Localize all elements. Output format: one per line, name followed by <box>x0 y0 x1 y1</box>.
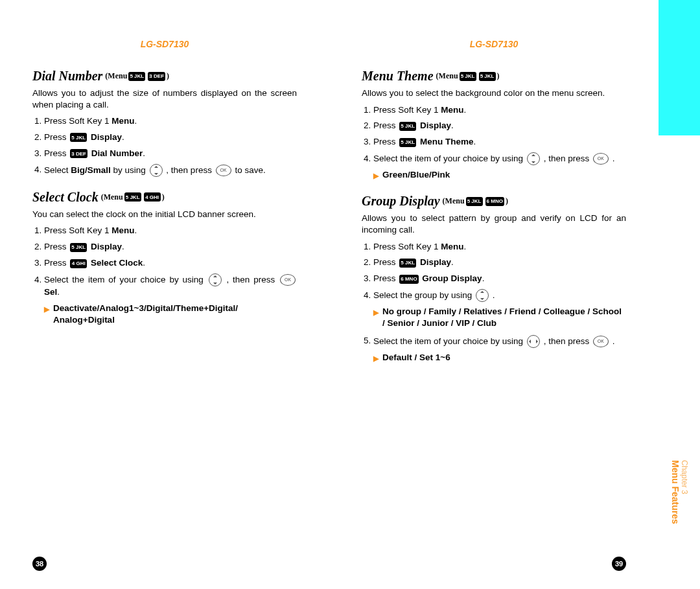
keypad-k4-icon: 4 GHI <box>70 259 87 268</box>
step-item: Select the item of your choice by using … <box>373 335 626 348</box>
menu-path: (Menu 5 JKL4 GHI ) <box>101 192 165 202</box>
nav-left-right-icon <box>527 335 540 348</box>
step-item: Select the item of your choice by using … <box>44 273 297 299</box>
keypad-k5-icon: 5 JKL <box>460 72 476 81</box>
keypad-k5-icon: 5 JKL <box>399 138 416 147</box>
step-item: Press 6 MNO Group Display. <box>373 273 626 285</box>
section-desc: Allows you to adjust the size of numbers… <box>32 87 297 110</box>
steps-list: Press Soft Key 1 Menu.Press 5 JKL Displa… <box>362 104 626 166</box>
section-select-clock: Select Clock (Menu 5 JKL4 GHI )You can s… <box>32 190 297 327</box>
keypad-k5-icon: 5 JKL <box>479 72 496 81</box>
nav-up-down-icon <box>150 164 163 177</box>
keypad-k6-icon: 6 MNO <box>485 197 504 206</box>
options-list: ▶Deactivate/Analog1~3/Digital/Theme+Digi… <box>44 303 297 326</box>
section-title: Group Display (Menu 5 JKL6 MNO ) <box>362 194 626 209</box>
ok-key-icon: OK <box>216 165 231 176</box>
page-right: LG-SD7130 Menu Theme (Menu 5 JKL5 JKL )A… <box>329 0 659 589</box>
menu-path: (Menu 5 JKL3 DEF ) <box>105 71 169 81</box>
step-item: Press 3 DEF Dial Number. <box>44 148 297 160</box>
step-item: Press Soft Key 1 Menu. <box>44 225 297 237</box>
nav-up-down-icon <box>476 289 489 302</box>
section-menu-theme: Menu Theme (Menu 5 JKL5 JKL )Allows you … <box>362 69 626 181</box>
step-item: Press Soft Key 1 Menu. <box>373 104 626 117</box>
section-desc: Allows you to select pattern by group an… <box>362 213 626 235</box>
bullet-icon: ▶ <box>373 171 379 181</box>
bullet-icon: ▶ <box>373 354 379 364</box>
keypad-k5-icon: 5 JKL <box>70 133 87 142</box>
steps-list-cont: Select the item of your choice by using … <box>362 335 626 348</box>
keypad-k6-icon: 6 MNO <box>399 275 418 284</box>
step-item: Select Big/Small by using , then press O… <box>44 164 297 177</box>
ok-key-icon: OK <box>593 336 609 347</box>
step-item: Press 5 JKL Display. <box>373 257 626 269</box>
keypad-k5-icon: 5 JKL <box>128 72 145 81</box>
menu-path: (Menu 5 JKL5 JKL ) <box>436 71 500 81</box>
step-item: Select the item of your choice by using … <box>373 152 626 165</box>
page-number-left: 38 <box>32 557 47 571</box>
step-item: Press 5 JKL Menu Theme. <box>373 136 626 148</box>
steps-list: Press Soft Key 1 Menu.Press 5 JKL Displa… <box>32 225 297 299</box>
section-group-display: Group Display (Menu 5 JKL6 MNO )Allows y… <box>362 194 626 363</box>
keypad-k3-icon: 3 DEF <box>70 149 88 158</box>
keypad-k5-icon: 5 JKL <box>399 259 416 268</box>
keypad-k4-icon: 4 GHI <box>144 192 161 202</box>
menu-path: (Menu 5 JKL6 MNO ) <box>443 196 508 206</box>
nav-up-down-icon <box>527 152 540 165</box>
keypad-k5-icon: 5 JKL <box>399 122 416 131</box>
nav-up-down-icon <box>209 273 222 286</box>
step-item: Press 5 JKL Display. <box>373 120 626 132</box>
bullet-icon: ▶ <box>373 308 379 318</box>
section-title: Dial Number (Menu 5 JKL3 DEF ) <box>32 69 297 84</box>
keypad-k5-icon: 5 JKL <box>70 243 87 252</box>
steps-list: Press Soft Key 1 Menu.Press 5 JKL Displa… <box>32 115 297 177</box>
section-title: Menu Theme (Menu 5 JKL5 JKL ) <box>362 69 626 84</box>
keypad-k3-icon: 3 DEF <box>148 72 165 81</box>
section-desc: Allows you to select the background colo… <box>362 87 626 99</box>
bullet-icon: ▶ <box>44 305 49 314</box>
keypad-k5-icon: 5 JKL <box>466 197 483 206</box>
keypad-k5-icon: 5 JKL <box>124 192 141 202</box>
options-text: Deactivate/Analog1~3/Digital/Theme+Digit… <box>53 303 297 326</box>
step-item: Press Soft Key 1 Menu. <box>373 241 626 253</box>
step-item: Press 4 GHI Select Clock. <box>44 257 297 270</box>
step-item: Press Soft Key 1 Menu. <box>44 115 297 128</box>
step-item: Press 5 JKL Display. <box>44 132 297 144</box>
ok-key-icon: OK <box>593 153 609 165</box>
side-label: Chapter 3 Menu Features <box>670 460 688 524</box>
options-list: ▶Default / Set 1~6 <box>373 352 626 364</box>
steps-list: Press Soft Key 1 Menu.Press 5 JKL Displa… <box>362 241 626 303</box>
step-item: Select the group by using . <box>373 289 626 302</box>
side-chapter: Chapter 3 <box>680 460 689 494</box>
options-text: Default / Set 1~6 <box>382 352 450 364</box>
side-feature: Menu Features <box>670 460 681 524</box>
section-desc: You can select the clock on the initial … <box>32 209 297 220</box>
options-text: No group / Family / Relatives / Friend /… <box>382 306 626 329</box>
page-left: LG-SD7130 Dial Number (Menu 5 JKL3 DEF )… <box>0 0 329 589</box>
options-list: ▶Green/Blue/Pink <box>373 169 626 181</box>
options-list: ▶No group / Family / Relatives / Friend … <box>373 306 626 329</box>
options-text: Green/Blue/Pink <box>382 169 450 181</box>
step-item: Press 5 JKL Display. <box>44 241 297 253</box>
header-model-right: LG-SD7130 <box>362 39 626 49</box>
ok-key-icon: OK <box>280 274 296 286</box>
header-model-left: LG-SD7130 <box>32 39 297 49</box>
page-number-right: 39 <box>612 557 626 571</box>
section-title: Select Clock (Menu 5 JKL4 GHI ) <box>32 190 297 205</box>
section-dial-number: Dial Number (Menu 5 JKL3 DEF )Allows you… <box>32 69 297 177</box>
